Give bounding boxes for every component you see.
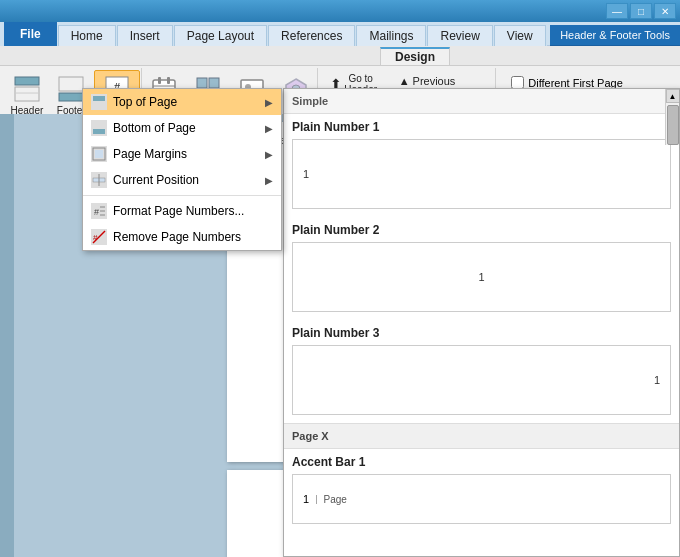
minimize-button[interactable]: — [606, 3, 628, 19]
plain-number-2-value: 1 [478, 271, 484, 283]
left-ruler [0, 114, 14, 557]
page-number-dropdown: Top of Page ▶ Bottom of Page ▶ Page Marg… [82, 88, 282, 251]
plain-number-1-label: Plain Number 1 [284, 114, 679, 137]
svg-rect-0 [15, 77, 39, 85]
remove-page-numbers-label: Remove Page Numbers [113, 230, 241, 244]
plain-number-1-value: 1 [303, 168, 309, 180]
tab-mailings[interactable]: Mailings [356, 25, 426, 46]
top-of-page-label: Top of Page [113, 95, 177, 109]
hft-label: Header & Footer Tools [550, 25, 680, 46]
svg-rect-1 [15, 87, 39, 101]
accent-bar-1-box[interactable]: 1 | Page [292, 474, 671, 524]
format-page-numbers-icon: # [91, 203, 107, 219]
tab-page-layout[interactable]: Page Layout [174, 25, 267, 46]
gallery-section-simple: Simple [284, 89, 679, 114]
previous-label: Previous [413, 75, 456, 87]
menu-item-current-position[interactable]: Current Position ▶ [83, 167, 281, 193]
plain-number-3-value: 1 [654, 374, 660, 386]
top-of-page-arrow: ▶ [265, 97, 273, 108]
tab-review[interactable]: Review [427, 25, 492, 46]
tab-view[interactable]: View [494, 25, 546, 46]
plain-number-3-box[interactable]: 1 [292, 345, 671, 415]
accent-number: 1 [303, 493, 309, 505]
sub-tab-bar: Design [0, 46, 680, 66]
page-margins-label: Page Margins [113, 147, 187, 161]
svg-rect-9 [158, 77, 161, 84]
tab-bar: File Home Insert Page Layout References … [0, 22, 680, 46]
tab-home[interactable]: Home [58, 25, 116, 46]
header-button[interactable]: Header [5, 70, 48, 119]
tab-design[interactable]: Design [380, 47, 450, 65]
tab-references[interactable]: References [268, 25, 355, 46]
svg-rect-12 [209, 78, 219, 88]
page-margins-arrow: ▶ [265, 149, 273, 160]
current-position-icon [91, 172, 107, 188]
remove-page-numbers-icon: # [91, 229, 107, 245]
plain-number-2-label: Plain Number 2 [284, 217, 679, 240]
svg-rect-18 [93, 96, 105, 101]
current-position-arrow: ▶ [265, 175, 273, 186]
top-of-page-icon [91, 94, 107, 110]
page-number-gallery: Simple Plain Number 1 1 Plain Number 2 1… [283, 88, 680, 557]
previous-icon: ▲ [399, 75, 410, 87]
tab-insert[interactable]: Insert [117, 25, 173, 46]
close-button[interactable]: ✕ [654, 3, 676, 19]
accent-separator: | [315, 494, 317, 504]
svg-rect-3 [59, 77, 83, 91]
current-position-label: Current Position [113, 173, 199, 187]
plain-number-1-box[interactable]: 1 [292, 139, 671, 209]
svg-text:#: # [94, 207, 99, 217]
tab-file[interactable]: File [4, 22, 57, 46]
svg-rect-21 [93, 129, 105, 134]
menu-item-page-margins[interactable]: Page Margins ▶ [83, 141, 281, 167]
menu-item-format-page-numbers[interactable]: # Format Page Numbers... [83, 198, 281, 224]
format-page-numbers-label: Format Page Numbers... [113, 204, 244, 218]
hft-text: Header & Footer Tools [560, 29, 670, 41]
menu-item-bottom-of-page[interactable]: Bottom of Page ▶ [83, 115, 281, 141]
gallery-section-page-x: Page X [284, 423, 679, 449]
svg-rect-10 [167, 77, 170, 84]
page-margins-icon [91, 146, 107, 162]
svg-rect-11 [197, 78, 207, 88]
menu-separator [83, 195, 281, 196]
svg-rect-4 [59, 93, 83, 101]
menu-item-remove-page-numbers[interactable]: # Remove Page Numbers [83, 224, 281, 250]
svg-rect-20 [93, 122, 105, 128]
maximize-button[interactable]: □ [630, 3, 652, 19]
svg-rect-19 [93, 102, 105, 108]
bottom-of-page-arrow: ▶ [265, 123, 273, 134]
accent-page-text: Page [323, 494, 346, 505]
plain-number-3-label: Plain Number 3 [284, 320, 679, 343]
window-controls[interactable]: — □ ✕ [606, 3, 676, 19]
diff-first-page-label: Different First Page [528, 77, 623, 89]
svg-rect-23 [95, 150, 103, 158]
bottom-of-page-icon [91, 120, 107, 136]
menu-item-top-of-page[interactable]: Top of Page ▶ [83, 89, 281, 115]
scroll-up-arrow[interactable]: ▲ [666, 89, 680, 103]
scroll-thumb[interactable] [667, 105, 679, 145]
title-bar: — □ ✕ [0, 0, 680, 22]
accent-bar-1-label: Accent Bar 1 [284, 449, 679, 472]
gallery-scrollbar[interactable]: ▲ [665, 89, 679, 145]
header-icon [11, 73, 43, 105]
bottom-of-page-label: Bottom of Page [113, 121, 196, 135]
plain-number-2-box[interactable]: 1 [292, 242, 671, 312]
